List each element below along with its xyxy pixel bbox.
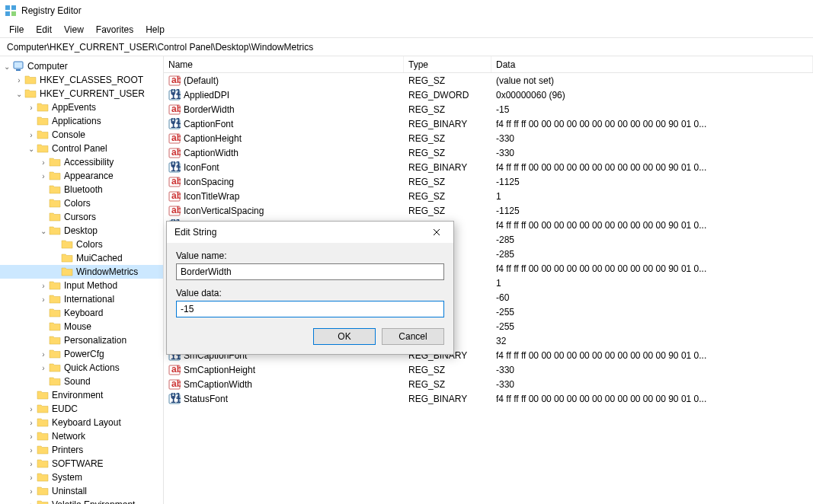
list-row[interactable]: CaptionWidthREG_SZ-330 <box>164 145 813 160</box>
expand-icon[interactable]: › <box>26 474 37 482</box>
list-row[interactable]: (Default)REG_SZ(value not set) <box>164 73 813 88</box>
tree-item[interactable]: ›Volatile Environment <box>0 498 163 504</box>
tree-item-label: HKEY_CURRENT_USER <box>40 88 148 99</box>
tree-item[interactable]: ›AppEvents <box>0 100 163 114</box>
tree-item[interactable]: ›EUDC <box>0 402 163 416</box>
list-row[interactable]: BorderWidthREG_SZ-15 <box>164 102 813 116</box>
list-row[interactable]: IconFontREG_BINARYf4 ff ff ff 00 00 00 0… <box>164 160 813 174</box>
tree-item[interactable]: ▸WindowMetrics <box>0 265 163 279</box>
menu-edit[interactable]: Edit <box>30 23 58 37</box>
tree-item[interactable]: ›Appearance <box>0 169 163 183</box>
tree-item[interactable]: ›Accessibility <box>0 155 163 169</box>
tree-item-label: HKEY_CLASSES_ROOT <box>40 75 146 85</box>
expand-icon[interactable]: › <box>26 405 37 413</box>
expand-icon[interactable]: › <box>38 172 49 180</box>
tree-item[interactable]: ›Keyboard Layout <box>0 416 163 429</box>
list-row[interactable]: CaptionFontREG_BINARYf4 ff ff ff 00 00 0… <box>164 116 813 131</box>
col-header-type[interactable]: Type <box>404 56 491 72</box>
value-name: (Default) <box>184 75 219 86</box>
expand-icon[interactable]: › <box>26 432 37 441</box>
list-row[interactable]: CaptionHeightREG_SZ-330 <box>164 131 813 145</box>
tree-item[interactable]: ›Printers <box>0 443 163 457</box>
tree-item[interactable]: ▸Colors <box>0 238 163 251</box>
tree-item[interactable]: ▸MuiCached <box>0 251 163 265</box>
folder-icon <box>37 116 49 126</box>
tree-item[interactable]: ›SOFTWARE <box>0 457 163 471</box>
menu-view[interactable]: View <box>58 23 90 37</box>
value-name: CaptionWidth <box>184 148 238 158</box>
expand-icon[interactable]: › <box>26 460 37 468</box>
expand-icon[interactable]: › <box>26 446 37 455</box>
list-row[interactable]: SmCaptionWidthREG_SZ-330 <box>164 377 813 391</box>
expand-icon[interactable]: › <box>26 501 37 505</box>
expand-icon[interactable]: › <box>26 487 37 496</box>
list-row[interactable]: IconSpacingREG_SZ-1125 <box>164 174 813 189</box>
expand-icon[interactable]: › <box>38 158 49 167</box>
dialog-titlebar[interactable]: Edit String <box>167 222 453 243</box>
tree-item[interactable]: ▸Personalization <box>0 333 163 347</box>
tree-item[interactable]: ›Quick Actions <box>0 361 163 375</box>
tree-item[interactable]: ▸Bluetooth <box>0 183 163 196</box>
expand-icon[interactable]: › <box>26 104 37 112</box>
tree-item-label: Uninstall <box>52 486 90 496</box>
folder-icon <box>49 198 61 209</box>
window-title: Registry Editor <box>21 5 82 16</box>
expand-icon[interactable]: › <box>38 350 49 359</box>
tree-item[interactable]: ›Uninstall <box>0 484 163 498</box>
tree-item[interactable]: ›PowerCfg <box>0 347 163 361</box>
expand-icon[interactable]: › <box>38 282 49 290</box>
expand-icon[interactable]: › <box>14 76 24 85</box>
value-data-input[interactable] <box>176 301 444 317</box>
folder-icon <box>37 143 49 154</box>
collapse-icon[interactable]: ⌄ <box>26 145 37 153</box>
value-name: IconVerticalSpacing <box>184 206 264 216</box>
tree-item[interactable]: ›Network <box>0 429 163 443</box>
expand-icon[interactable]: › <box>26 131 37 139</box>
menu-file[interactable]: File <box>3 23 30 37</box>
collapse-icon[interactable]: ⌄ <box>14 90 24 98</box>
expand-icon[interactable]: › <box>38 295 49 304</box>
reg-sz-icon <box>168 190 181 203</box>
value-data: -330 <box>491 379 813 390</box>
ok-button[interactable]: OK <box>313 328 376 345</box>
tree-item[interactable]: ▸Colors <box>0 196 163 210</box>
tree-item[interactable]: ⌄Computer <box>0 59 163 73</box>
value-type: REG_BINARY <box>404 394 491 404</box>
menu-favorites[interactable]: Favorites <box>90 23 139 37</box>
value-name: SmCaptionHeight <box>184 365 255 375</box>
tree-item[interactable]: ▸Sound <box>0 375 163 388</box>
tree-item[interactable]: ▸Cursors <box>0 210 163 224</box>
tree-item[interactable]: ⌄Desktop <box>0 224 163 238</box>
tree-item[interactable]: ›International <box>0 292 163 306</box>
list-row[interactable]: IconVerticalSpacingREG_SZ-1125 <box>164 203 813 218</box>
address-input[interactable] <box>3 40 810 55</box>
tree-pane[interactable]: ⌄Computer›HKEY_CLASSES_ROOT⌄HKEY_CURRENT… <box>0 56 164 504</box>
col-header-data[interactable]: Data <box>491 56 813 72</box>
tree-item-label: EUDC <box>52 404 81 414</box>
expand-icon[interactable]: › <box>26 419 37 427</box>
tree-item[interactable]: ▸Mouse <box>0 320 163 333</box>
menu-help[interactable]: Help <box>139 23 171 37</box>
collapse-icon[interactable]: ⌄ <box>2 62 12 71</box>
tree-item[interactable]: ▸Applications <box>0 114 163 128</box>
tree-item[interactable]: ▸Keyboard <box>0 306 163 320</box>
value-name-input[interactable] <box>176 263 444 280</box>
list-row[interactable]: AppliedDPIREG_DWORD0x00000060 (96) <box>164 88 813 102</box>
tree-item[interactable]: ›HKEY_CLASSES_ROOT <box>0 73 163 87</box>
list-row[interactable]: IconTitleWrapREG_SZ1 <box>164 189 813 203</box>
tree-item[interactable]: ⌄HKEY_CURRENT_USER <box>0 87 163 100</box>
tree-item[interactable]: ⌄Control Panel <box>0 142 163 155</box>
tree-item[interactable]: ›Console <box>0 128 163 142</box>
tree-item[interactable]: ▸Environment <box>0 388 163 402</box>
tree-item-label: Keyboard Layout <box>52 417 124 428</box>
close-button[interactable] <box>421 223 452 241</box>
cancel-button[interactable]: Cancel <box>382 328 444 345</box>
tree-item[interactable]: ›System <box>0 471 163 484</box>
value-data: -1125 <box>491 206 813 216</box>
list-row[interactable]: SmCaptionHeightREG_SZ-330 <box>164 362 813 377</box>
collapse-icon[interactable]: ⌄ <box>38 227 49 235</box>
tree-item[interactable]: ›Input Method <box>0 279 163 292</box>
col-header-name[interactable]: Name <box>164 56 404 72</box>
list-row[interactable]: StatusFontREG_BINARYf4 ff ff ff 00 00 00… <box>164 391 813 406</box>
expand-icon[interactable]: › <box>38 364 49 372</box>
